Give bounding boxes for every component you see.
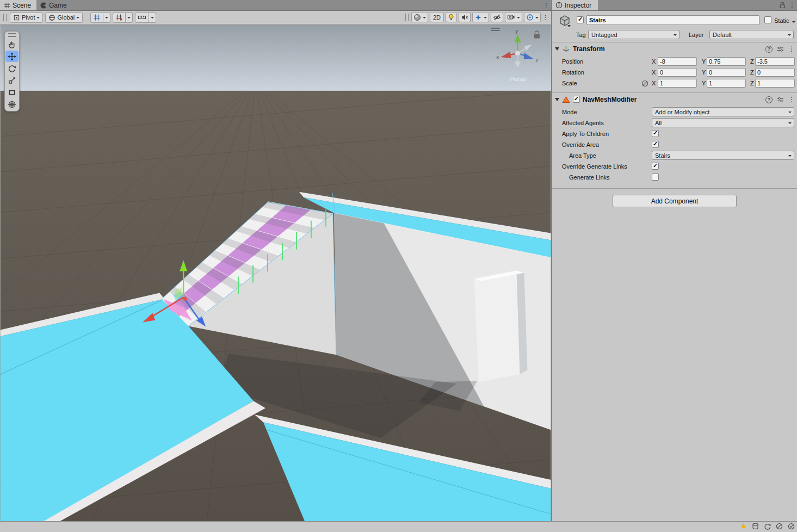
position-y-field[interactable] — [707, 57, 746, 66]
toolbar-drag-handle[interactable] — [3, 14, 7, 21]
affected-agents-dropdown[interactable]: All — [652, 118, 794, 127]
move-tool-button[interactable] — [5, 51, 18, 62]
scene-view-menu-icon[interactable] — [542, 14, 549, 21]
gameobject-cube-icon[interactable] — [558, 14, 571, 27]
override-area-checkbox[interactable] — [652, 141, 659, 148]
axis-x-label: X — [652, 69, 656, 76]
gizmos-icon — [526, 14, 534, 21]
scene-3d-viewport[interactable]: y x z Persp — [0, 25, 551, 521]
rotation-z-field[interactable] — [755, 68, 795, 77]
area-type-dropdown[interactable]: Stairs — [652, 151, 794, 160]
presets-icon[interactable] — [777, 46, 784, 52]
position-z-field[interactable] — [755, 57, 795, 66]
static-checkbox[interactable] — [764, 16, 771, 23]
rect-tool-button[interactable] — [5, 86, 18, 98]
scale-y-field[interactable] — [707, 79, 746, 88]
active-checkbox[interactable] — [577, 16, 584, 23]
chevron-down-icon — [36, 17, 40, 20]
rotate-icon — [8, 64, 16, 73]
scale-tool-button[interactable] — [5, 75, 18, 86]
navmeshmodifier-header[interactable]: NavMeshModifier — [552, 92, 797, 106]
gameobject-header: Static Tag Untagged Layer Default — [552, 11, 797, 41]
transform-tool-button[interactable] — [5, 98, 18, 110]
code-refresh-icon[interactable] — [764, 523, 771, 530]
override-area-label: Override Area — [562, 141, 599, 148]
help-icon[interactable] — [765, 46, 773, 53]
area-type-value: Stairs — [655, 152, 670, 159]
projection-label[interactable]: Persp — [510, 76, 526, 82]
layer-dropdown[interactable]: Default — [709, 30, 794, 39]
mode-dropdown[interactable]: Add or Modify object — [652, 107, 794, 116]
effects-dropdown[interactable] — [472, 12, 489, 22]
apply-to-children-checkbox[interactable] — [652, 130, 659, 137]
cache-server-icon[interactable] — [752, 523, 759, 530]
transform-component-icon — [562, 45, 570, 53]
camera-settings-dropdown[interactable] — [505, 12, 522, 22]
help-icon[interactable] — [765, 96, 773, 103]
foldout-icon[interactable] — [555, 98, 559, 101]
audio-mute-button[interactable] — [459, 12, 471, 22]
mode-row: Mode Add or Modify object — [552, 107, 797, 117]
collab-notification-icon[interactable] — [740, 523, 747, 530]
snap-increment-button[interactable] — [135, 13, 156, 23]
scene-lighting-button[interactable] — [446, 12, 457, 22]
view-hand-tool-button[interactable] — [5, 39, 18, 50]
constrain-proportions-icon[interactable] — [641, 80, 648, 87]
generate-links-label: Generate Links — [569, 174, 610, 181]
scale-x-field[interactable] — [658, 79, 697, 88]
gameobject-name-field[interactable] — [586, 15, 759, 25]
scene-render[interactable]: y x z Persp — [0, 25, 551, 521]
rotation-x-field[interactable] — [658, 68, 697, 77]
lock-icon[interactable] — [779, 2, 786, 9]
generate-links-checkbox[interactable] — [652, 174, 659, 181]
position-x-field[interactable] — [658, 57, 697, 66]
rect-icon — [8, 88, 16, 97]
grid-snap-button[interactable] — [113, 13, 133, 23]
move-gizmo-center[interactable] — [183, 297, 187, 301]
tool-strip-grip-icon[interactable] — [8, 33, 16, 37]
component-menu-icon[interactable] — [788, 96, 795, 103]
axis-center[interactable] — [515, 51, 521, 56]
scene-tab-menu-icon[interactable] — [543, 2, 549, 9]
component-menu-icon[interactable] — [788, 45, 795, 53]
layer-value: Default — [713, 32, 732, 38]
2d-label: 2D — [433, 14, 441, 21]
pivot-dropdown[interactable]: Pivot — [10, 13, 43, 23]
global-dropdown[interactable]: Global — [45, 13, 83, 23]
gizmos-dropdown[interactable] — [524, 12, 541, 22]
rotate-tool-button[interactable] — [5, 63, 18, 74]
rotation-y-field[interactable] — [707, 68, 746, 77]
2d-toggle-button[interactable]: 2D — [430, 12, 444, 22]
tab-inspector[interactable]: Inspector — [552, 0, 598, 10]
chevron-down-icon — [484, 17, 487, 20]
override-generate-links-row: Override Generate Links — [552, 161, 797, 172]
scale-z-field[interactable] — [755, 79, 795, 88]
hidden-objects-button[interactable] — [491, 12, 503, 22]
move-icon — [8, 52, 16, 61]
auto-generate-lighting-icon[interactable] — [776, 523, 783, 530]
affected-agents-value: All — [655, 120, 662, 126]
divider — [552, 188, 797, 189]
global-label: Global — [57, 14, 75, 21]
tag-dropdown[interactable]: Untagged — [588, 30, 679, 39]
scene-tabbar: Scene Game — [0, 0, 551, 11]
inspector-menu-icon[interactable] — [789, 1, 795, 9]
transform-header[interactable]: Transform — [552, 42, 797, 55]
override-generate-links-checkbox[interactable] — [652, 163, 659, 170]
add-component-button[interactable]: Add Component — [613, 195, 737, 207]
toolbar-drag-handle[interactable] — [405, 14, 409, 21]
foldout-icon[interactable] — [555, 47, 559, 51]
component-enabled-checkbox[interactable] — [573, 96, 580, 103]
static-flags-dropdown-icon[interactable] — [792, 21, 795, 24]
tab-scene[interactable]: Scene — [0, 0, 36, 10]
draw-mode-dropdown[interactable] — [411, 12, 428, 22]
presets-icon[interactable] — [777, 96, 784, 103]
grid-visibility-button[interactable] — [90, 13, 110, 23]
activity-indicator-icon[interactable] — [788, 523, 795, 530]
tab-scene-label: Scene — [13, 2, 31, 9]
camera-icon — [507, 14, 515, 21]
scene-pane: Scene Game Pivot Global — [0, 0, 551, 521]
scale-row: Scale X Y Z — [552, 78, 797, 89]
axis-y-label: y — [516, 28, 518, 34]
tab-game[interactable]: Game — [36, 0, 72, 10]
